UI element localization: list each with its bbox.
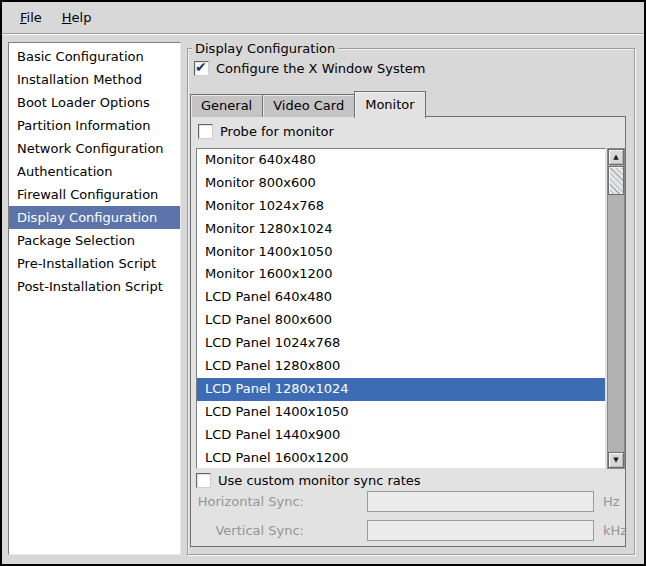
tab-general[interactable]: General bbox=[190, 94, 263, 117]
vertical-sync-unit: kHz bbox=[603, 523, 627, 538]
monitor-list-item[interactable]: LCD Panel 1280x800 bbox=[197, 355, 605, 378]
configure-x-label: Configure the X Window System bbox=[216, 61, 426, 76]
monitor-list-item[interactable]: Monitor 1280x1024 bbox=[197, 218, 605, 241]
probe-row: ✔ Probe for monitor bbox=[198, 123, 334, 140]
sidebar-category-list: Basic Configuration Installation Method … bbox=[8, 42, 181, 555]
monitor-list-item[interactable]: Monitor 640x480 bbox=[197, 149, 605, 172]
custom-sync-label: Use custom monitor sync rates bbox=[218, 473, 421, 488]
sidebar-item-partition-information[interactable]: Partition Information bbox=[9, 114, 180, 137]
horizontal-sync-row: Horizontal Sync: Hz bbox=[191, 491, 627, 513]
sidebar-item-installation-method[interactable]: Installation Method bbox=[9, 68, 180, 91]
sidebar-item-authentication[interactable]: Authentication bbox=[9, 160, 180, 183]
sidebar-item-package-selection[interactable]: Package Selection bbox=[9, 229, 180, 252]
sidebar-item-firewall-configuration[interactable]: Firewall Configuration bbox=[9, 183, 180, 206]
vertical-sync-label: Vertical Sync: bbox=[191, 523, 304, 538]
scroll-up-button[interactable]: ▲ bbox=[608, 149, 624, 165]
scroll-up-icon: ▲ bbox=[613, 153, 618, 161]
monitor-list-item[interactable]: LCD Panel 640x480 bbox=[197, 286, 605, 309]
vertical-sync-row: Vertical Sync: kHz bbox=[191, 520, 627, 542]
sidebar-item-pre-installation-script[interactable]: Pre-Installation Script bbox=[9, 252, 180, 275]
custom-sync-row: ✔ Use custom monitor sync rates bbox=[196, 472, 421, 489]
scroll-down-button[interactable]: ▼ bbox=[608, 452, 624, 468]
tab-monitor[interactable]: Monitor bbox=[354, 91, 425, 118]
sidebar-item-post-installation-script[interactable]: Post-Installation Script bbox=[9, 275, 180, 298]
probe-for-monitor-checkbox[interactable]: ✔ bbox=[198, 124, 213, 139]
monitor-list-item[interactable]: LCD Panel 1400x1050 bbox=[197, 401, 605, 424]
monitor-list-item[interactable]: LCD Panel 800x600 bbox=[197, 309, 605, 332]
kickstart-configurator-window: File Help Basic Configuration Installati… bbox=[0, 0, 646, 566]
menu-help-rest: elp bbox=[72, 10, 92, 25]
menu-help-accel: H bbox=[62, 10, 72, 25]
tab-video-card[interactable]: Video Card bbox=[262, 94, 355, 117]
horizontal-sync-input[interactable] bbox=[367, 491, 594, 512]
monitor-list-item[interactable]: Monitor 1600x1200 bbox=[197, 263, 605, 286]
configure-x-row: ✔ Configure the X Window System bbox=[194, 60, 426, 77]
monitor-list-item[interactable]: LCD Panel 1440x900 bbox=[197, 424, 605, 447]
configure-x-checkbox[interactable]: ✔ bbox=[194, 61, 209, 76]
horizontal-sync-unit: Hz bbox=[603, 494, 620, 509]
vertical-sync-input[interactable] bbox=[367, 520, 594, 541]
menu-file[interactable]: File bbox=[10, 4, 52, 31]
tab-bar: General Video Card Monitor bbox=[190, 90, 425, 117]
monitor-list-item[interactable]: Monitor 1400x1050 bbox=[197, 241, 605, 264]
monitor-list-item[interactable]: LCD Panel 1280x1024 bbox=[197, 378, 605, 401]
monitor-tab-panel: ✔ Probe for monitor Monitor 640x480 Moni… bbox=[190, 116, 626, 547]
sidebar-item-basic-configuration[interactable]: Basic Configuration bbox=[9, 45, 180, 68]
probe-for-monitor-label: Probe for monitor bbox=[220, 124, 334, 139]
monitor-list-item[interactable]: LCD Panel 1024x768 bbox=[197, 332, 605, 355]
monitor-list-scrollbar[interactable]: ▲ ▼ bbox=[607, 148, 625, 469]
monitor-list: Monitor 640x480 Monitor 800x600 Monitor … bbox=[196, 148, 606, 469]
scrollbar-thumb[interactable] bbox=[608, 166, 624, 195]
menubar: File Help bbox=[2, 2, 644, 34]
menu-file-rest: ile bbox=[27, 10, 42, 25]
menu-help[interactable]: Help bbox=[52, 4, 102, 31]
sidebar-item-network-configuration[interactable]: Network Configuration bbox=[9, 137, 180, 160]
monitor-list-item[interactable]: LCD Panel 1600x1200 bbox=[197, 447, 605, 469]
monitor-list-item[interactable]: Monitor 800x600 bbox=[197, 172, 605, 195]
horizontal-sync-label: Horizontal Sync: bbox=[191, 494, 304, 509]
display-configuration-frame: Display Configuration ✔ Configure the X … bbox=[187, 48, 635, 555]
monitor-list-item[interactable]: Monitor 1024x768 bbox=[197, 195, 605, 218]
sidebar-item-boot-loader-options[interactable]: Boot Loader Options bbox=[9, 91, 180, 114]
sidebar-item-display-configuration[interactable]: Display Configuration bbox=[9, 206, 180, 229]
custom-sync-checkbox[interactable]: ✔ bbox=[196, 473, 211, 488]
scroll-down-icon: ▼ bbox=[613, 456, 618, 464]
checkmark-icon: ✔ bbox=[195, 59, 207, 75]
frame-title: Display Configuration bbox=[192, 40, 338, 57]
